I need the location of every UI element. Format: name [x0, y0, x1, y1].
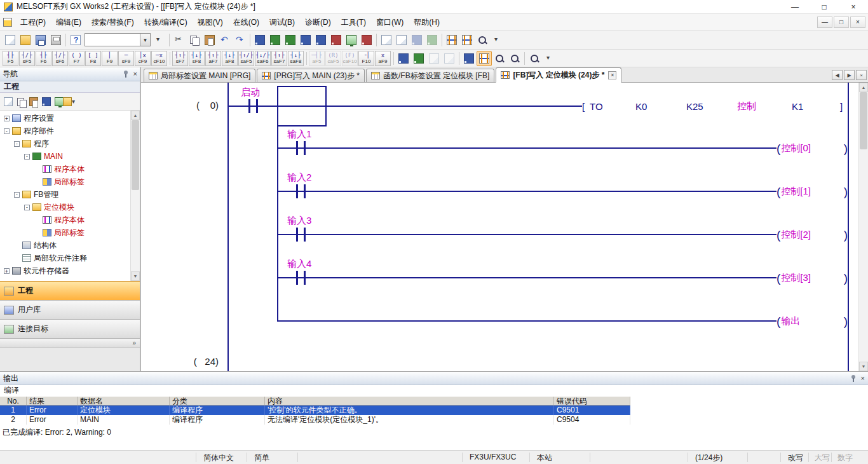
- undo-button[interactable]: [217, 32, 233, 48]
- pin-icon[interactable]: [850, 375, 857, 382]
- new-project-button[interactable]: [3, 32, 18, 48]
- selected-cell-cursor[interactable]: [277, 86, 327, 126]
- scroll-up-icon[interactable]: ▲: [131, 111, 140, 120]
- tab-scroll-left-icon[interactable]: ◀: [832, 70, 843, 80]
- set-reset-button[interactable]: (R)caF5: [325, 51, 341, 66]
- save-project-button[interactable]: [33, 32, 48, 48]
- tree-item-program-setting[interactable]: +程序设置: [0, 112, 130, 125]
- tree-item-fb-body[interactable]: 程序本体: [0, 214, 130, 226]
- redo-button[interactable]: [233, 32, 248, 48]
- mdi-restore-button[interactable]: □: [834, 17, 849, 28]
- menu-find-replace[interactable]: 搜索/替换(F): [86, 14, 139, 31]
- closed-branch-button[interactable]: ┤/├sF6: [52, 51, 68, 66]
- paste-button[interactable]: [202, 32, 217, 48]
- nav-sort-button[interactable]: [65, 95, 78, 108]
- open-contact-button[interactable]: ┤├F5: [3, 51, 18, 66]
- expander-icon[interactable]: -: [14, 192, 20, 198]
- output-coil[interactable]: ( 控制[3] ): [776, 270, 848, 286]
- expander-icon[interactable]: -: [24, 205, 30, 210]
- delete-line-button[interactable]: xaF9: [375, 51, 391, 66]
- zoom-button[interactable]: [475, 32, 490, 48]
- menu-window[interactable]: 窗口(W): [371, 14, 409, 31]
- expander-icon[interactable]: +: [4, 116, 10, 121]
- contact-symbol[interactable]: [304, 141, 306, 155]
- ladder-scrollbar[interactable]: ▲ ▼: [858, 83, 868, 371]
- to-instruction[interactable]: [ TO K0 K25 控制 K1 ]: [582, 98, 848, 114]
- tree-item-device-memory[interactable]: +软元件存储器: [0, 264, 130, 277]
- scrollbar-thumb[interactable]: [132, 120, 139, 190]
- toolbar-overflow-button[interactable]: [490, 32, 505, 48]
- output-close-icon[interactable]: ×: [861, 375, 865, 382]
- invert-rising-button[interactable]: ┤↑/├saF5: [238, 51, 254, 66]
- ladder-editor[interactable]: ( 0) 启动 [ TO K0 K25 控制 K1 ]: [141, 83, 858, 371]
- contact-symbol[interactable]: [296, 141, 298, 155]
- minimize-button[interactable]: —: [780, 0, 810, 14]
- contact-symbol[interactable]: [296, 228, 298, 242]
- expander-icon[interactable]: -: [4, 128, 10, 134]
- rising-pulse-button[interactable]: ┤↑├sF7: [172, 51, 188, 66]
- contact-symbol[interactable]: [304, 184, 306, 198]
- menu-tools[interactable]: 工具(T): [336, 14, 371, 31]
- note-display-button[interactable]: [424, 32, 440, 48]
- delete-vertical-line-button[interactable]: │xcF9: [135, 51, 151, 66]
- nav-button-user-library[interactable]: 用户库: [0, 300, 140, 319]
- tree-item-structure[interactable]: 结构体: [0, 239, 130, 252]
- menu-project[interactable]: 工程(P): [15, 14, 51, 31]
- menu-debug[interactable]: 调试(B): [264, 14, 300, 31]
- tree-item-fb-manage[interactable]: -FB管理: [0, 188, 130, 201]
- vertical-line-button[interactable]: │F9: [102, 51, 118, 66]
- write-to-plc-button[interactable]: [298, 32, 313, 48]
- menu-view[interactable]: 视图(V): [193, 14, 228, 31]
- copy-button[interactable]: [187, 32, 202, 48]
- tree-scrollbar[interactable]: ▲ ▼: [130, 111, 140, 281]
- contact-symbol[interactable]: [296, 271, 298, 285]
- build-button[interactable]: [268, 32, 283, 48]
- tab-bar-close-icon[interactable]: ×: [856, 70, 867, 80]
- verify-with-plc-button[interactable]: [329, 32, 344, 48]
- read-mode-button[interactable]: [426, 51, 442, 66]
- tree-item-local-device-comment[interactable]: 局部软元件注释: [0, 252, 130, 264]
- tab-prg-write-main[interactable]: [PRG]写入 MAIN (23)步 *: [257, 69, 365, 82]
- pin-icon[interactable]: [123, 71, 130, 78]
- tab-fb-write-positioning[interactable]: [FB]写入 定位模块 (24)步 *×: [496, 67, 621, 83]
- nav-copy-button[interactable]: [15, 95, 27, 108]
- invert-falling-button[interactable]: ┤↓/├saF6: [255, 51, 271, 66]
- find-instruction-button[interactable]: [507, 51, 522, 66]
- menu-compile[interactable]: 转换/编译(C): [139, 14, 193, 31]
- comment-edit-button[interactable]: [477, 51, 492, 66]
- output-tab-compile[interactable]: 编译: [0, 385, 868, 396]
- find-device-button[interactable]: [492, 51, 507, 66]
- close-button[interactable]: ×: [839, 0, 868, 14]
- contact-symbol[interactable]: [304, 228, 306, 242]
- rising-pulse-branch-button[interactable]: ┤↑├aF7: [205, 51, 221, 66]
- device-comment-button[interactable]: [394, 32, 409, 48]
- contact-symbol[interactable]: [296, 184, 298, 198]
- menu-online[interactable]: 在线(O): [228, 14, 264, 31]
- application-instruction-button[interactable]: [ ]F8: [85, 51, 101, 66]
- nav-chevron-bar[interactable]: »: [0, 338, 140, 347]
- monitor-start-button[interactable]: [344, 32, 359, 48]
- combo-dropdown-icon[interactable]: ▾: [140, 34, 150, 46]
- tab-local-label-main[interactable]: 局部标签设置 MAIN [PRG]: [144, 69, 255, 82]
- expander-icon[interactable]: -: [14, 141, 20, 147]
- closed-contact-button[interactable]: ┤/├sF5: [19, 51, 35, 66]
- nav-button-connection-destination[interactable]: 连接目标: [0, 319, 140, 338]
- program-select-combo[interactable]: ▾: [85, 33, 151, 46]
- open-project-button[interactable]: [18, 32, 33, 48]
- tree-item-main-local-label[interactable]: 局部标签: [0, 175, 130, 188]
- coil-button[interactable]: ( )F7: [69, 51, 85, 66]
- contact-symbol[interactable]: [304, 271, 306, 285]
- menu-diagnostics[interactable]: 诊断(D): [300, 14, 336, 31]
- nav-expand-all-button[interactable]: [40, 95, 53, 108]
- scrollbar-thumb[interactable]: [860, 92, 867, 149]
- falling-pulse-branch-button[interactable]: ┤↓├aF8: [222, 51, 238, 66]
- device-memory-button[interactable]: [379, 32, 394, 48]
- maximize-button[interactable]: □: [810, 0, 839, 14]
- output-coil[interactable]: ( 输出 ): [776, 313, 848, 329]
- scroll-down-icon[interactable]: ▼: [859, 362, 868, 371]
- toolbar-options-button[interactable]: [152, 32, 167, 48]
- table-row-error-1[interactable]: 1 Error 定位模块 编译程序 '控制'的软元件类型不正确。 C9501: [0, 406, 630, 415]
- comment-display-button[interactable]: [459, 32, 475, 48]
- mdi-minimize-button[interactable]: —: [817, 17, 832, 28]
- rebuild-all-button[interactable]: [283, 32, 298, 48]
